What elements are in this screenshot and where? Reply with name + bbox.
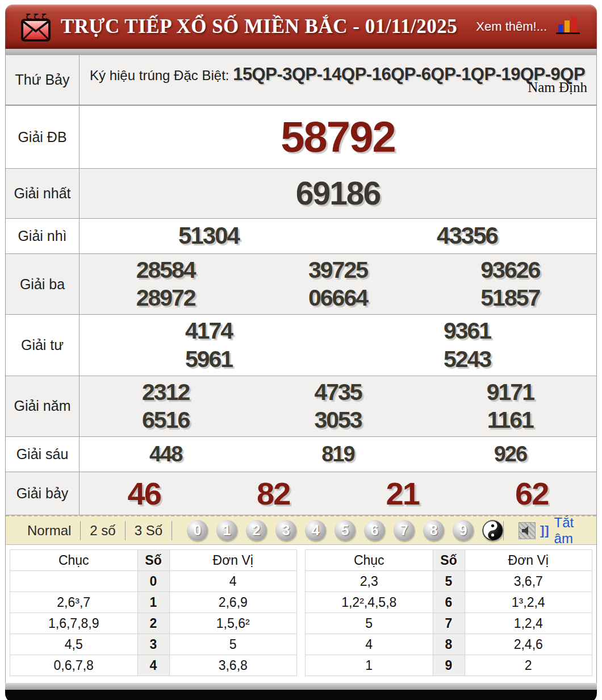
prize-number: 51857 bbox=[424, 284, 596, 312]
stats-value-cell: 4 bbox=[169, 571, 297, 592]
weekday-label: Thứ Bảy bbox=[6, 55, 80, 105]
sound-wave-marks: ]] bbox=[540, 523, 550, 538]
prize-number: 43356 bbox=[338, 222, 596, 250]
prize-number: 28584 bbox=[80, 256, 252, 284]
bar-chart-icon[interactable] bbox=[556, 15, 581, 38]
prize-number: 58792 bbox=[80, 111, 596, 163]
stats-value-cell: 1,5,6² bbox=[169, 613, 297, 634]
prize-numbers: 448819926 bbox=[80, 437, 596, 472]
prize-label: Giải bảy bbox=[6, 472, 80, 515]
ball-1[interactable]: 1 bbox=[216, 520, 237, 541]
separator bbox=[503, 521, 504, 540]
stats-value-cell: 1,2,4 bbox=[465, 613, 592, 634]
prize-row: Giải năm231247359171651630531161 bbox=[6, 376, 596, 437]
info-row: Thứ Bảy Ký hiệu trúng Đặc Biệt: 15QP-3QP… bbox=[6, 55, 596, 105]
prize-number: 5961 bbox=[80, 345, 338, 373]
stats-value-cell: 3,6,7 bbox=[465, 571, 592, 592]
digit-cell: 5 bbox=[433, 571, 465, 592]
stats-value-cell: 3,6,8 bbox=[169, 655, 297, 676]
stats-row: 04 bbox=[10, 571, 297, 592]
stats-value-cell: 4,5 bbox=[10, 634, 138, 655]
prize-numbers: 58792 bbox=[80, 106, 596, 168]
prize-number: 82 bbox=[209, 474, 338, 512]
prize-label: Giải tư bbox=[6, 315, 80, 375]
separator bbox=[172, 521, 172, 540]
prize-row: Giải bảy46822162 bbox=[6, 472, 596, 515]
prize-label: Giải sáu bbox=[6, 437, 80, 472]
digit-cell: 6 bbox=[433, 592, 465, 613]
mode-button-2[interactable]: 2 số bbox=[81, 523, 124, 539]
stats-row: 192 bbox=[306, 655, 592, 676]
prize-row: Giải ĐB58792 bbox=[6, 105, 596, 169]
ball-6[interactable]: 6 bbox=[364, 520, 385, 541]
digit-cell: 4 bbox=[137, 655, 169, 676]
prize-number: 9171 bbox=[424, 378, 596, 406]
ball-2[interactable]: 2 bbox=[246, 520, 267, 541]
prize-row: Giải sáu448819926 bbox=[6, 437, 596, 472]
mute-button[interactable]: Tắt âm bbox=[554, 515, 584, 547]
digit-cell: 3 bbox=[137, 634, 169, 655]
ball-8[interactable]: 8 bbox=[423, 520, 444, 541]
stats-value-cell: 4 bbox=[306, 634, 433, 655]
prize-label: Giải nhất bbox=[6, 169, 80, 218]
stats-row: 2,6³,712,6,9 bbox=[10, 592, 297, 613]
stats-table-right: ChụcSốĐơn Vị2,353,6,71,2²,4,5,861³,2,457… bbox=[305, 549, 592, 676]
stats-row: 0,6,7,843,6,8 bbox=[10, 655, 297, 676]
stats-header-cell: Số bbox=[433, 550, 465, 571]
prize-number: 3053 bbox=[252, 406, 424, 434]
prize-line: 5130443356 bbox=[80, 222, 596, 250]
prize-number: 1161 bbox=[424, 406, 596, 434]
mode-button-3[interactable]: 3 Số bbox=[126, 523, 172, 539]
ball-0[interactable]: 0 bbox=[187, 520, 208, 541]
prize-number: 69186 bbox=[80, 174, 596, 213]
prize-number: 21 bbox=[338, 474, 467, 512]
mode-button-1[interactable]: Normal bbox=[18, 523, 80, 539]
stats-row: 2,353,6,7 bbox=[306, 571, 592, 592]
content-frame: Thứ Bảy Ký hiệu trúng Đặc Biệt: 15QP-3QP… bbox=[5, 49, 597, 683]
prize-row: Giải nhì5130443356 bbox=[6, 219, 596, 254]
results-rows: Giải ĐB58792Giải nhất69186Giải nhì513044… bbox=[6, 105, 596, 515]
prize-number: 62 bbox=[467, 474, 597, 512]
lottery-widget: ح ح ح TRỰC TIẾP XỔ SỐ MIỀN BẮC - 01/11/2… bbox=[5, 5, 597, 700]
stats-row: 4,535 bbox=[10, 634, 297, 655]
stats-value-cell: 0,6,7,8 bbox=[10, 655, 138, 676]
stats-value-cell: 5 bbox=[306, 613, 433, 634]
prize-line: 289720666451857 bbox=[80, 284, 596, 312]
prize-number: 51304 bbox=[80, 222, 338, 250]
top-gray-strip bbox=[6, 49, 596, 55]
stats-value-cell: 1 bbox=[306, 655, 433, 676]
ball-7[interactable]: 7 bbox=[394, 520, 415, 541]
stats-row: 482,4,6 bbox=[306, 634, 592, 655]
page-title: TRỰC TIẾP XỔ SỐ MIỀN BẮC - 01/11/2025 bbox=[61, 15, 457, 38]
digit-cell: 2 bbox=[137, 613, 169, 634]
prize-number: 5243 bbox=[338, 345, 596, 373]
yin-yang-icon[interactable] bbox=[482, 520, 503, 541]
ball-4[interactable]: 4 bbox=[305, 520, 326, 541]
prize-number: 2312 bbox=[80, 378, 252, 406]
symbol-label: Ký hiệu trúng Đặc Biệt: bbox=[90, 68, 229, 83]
stats-value-cell: 1³,2,4 bbox=[465, 592, 592, 613]
stats-table-left: ChụcSốĐơn Vị042,6³,712,6,91,6,7,8,921,5,… bbox=[10, 549, 297, 676]
stats-row: 571,2,4 bbox=[306, 613, 592, 634]
prize-number: 39725 bbox=[252, 256, 424, 284]
prize-numbers: 231247359171651630531161 bbox=[80, 376, 596, 436]
prize-numbers: 285843972593626289720666451857 bbox=[80, 254, 596, 314]
ball-9[interactable]: 9 bbox=[453, 520, 474, 541]
stats-value-cell: 2,6³,7 bbox=[10, 592, 138, 613]
digit-cell: 0 bbox=[137, 571, 169, 592]
header-bar: ح ح ح TRỰC TIẾP XỔ SỐ MIỀN BẮC - 01/11/2… bbox=[5, 5, 597, 49]
prize-number: 448 bbox=[80, 441, 252, 468]
prize-number: 4174 bbox=[80, 317, 338, 345]
mode-switcher: Normal2 số3 Số bbox=[18, 521, 172, 540]
prize-number: 926 bbox=[424, 441, 596, 468]
digit-cell: 9 bbox=[433, 655, 465, 676]
stats-row: 1,6,7,8,921,5,6² bbox=[10, 613, 297, 634]
speaker-icon[interactable] bbox=[519, 522, 536, 539]
ball-3[interactable]: 3 bbox=[275, 520, 296, 541]
special-symbol-cell: Ký hiệu trúng Đặc Biệt: 15QP-3QP-14QP-16… bbox=[80, 55, 596, 105]
stats-header-cell: Chục bbox=[306, 550, 433, 571]
digit-stats-section: ChụcSốĐơn Vị042,6³,712,6,91,6,7,8,921,5,… bbox=[6, 545, 596, 683]
see-more-link[interactable]: Xem thêm!... bbox=[476, 19, 547, 34]
ball-5[interactable]: 5 bbox=[335, 520, 356, 541]
prize-number: 46 bbox=[80, 474, 209, 512]
